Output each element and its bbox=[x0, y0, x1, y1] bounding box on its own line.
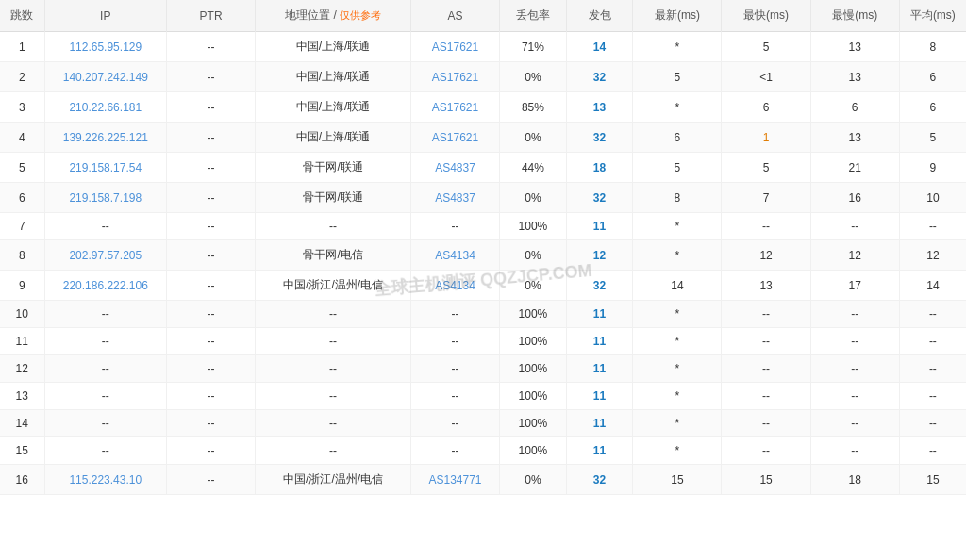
cell-avg: -- bbox=[899, 383, 966, 410]
header-hop: 跳数 bbox=[0, 0, 44, 32]
cell-geo: 中国/上海/联通 bbox=[256, 123, 411, 153]
cell-geo: -- bbox=[256, 213, 411, 240]
cell-last: 6 bbox=[633, 123, 722, 153]
cell-as: -- bbox=[410, 213, 499, 240]
cell-ip: -- bbox=[44, 437, 166, 465]
cell-ip[interactable]: 220.186.222.106 bbox=[44, 271, 166, 301]
ip-link[interactable]: 115.223.43.10 bbox=[69, 473, 142, 486]
cell-ptr: -- bbox=[167, 240, 256, 271]
cell-worst: -- bbox=[810, 437, 899, 465]
cell-best: 5 bbox=[722, 32, 810, 62]
cell-as[interactable]: AS17621 bbox=[410, 62, 499, 92]
cell-geo: 中国/上海/联通 bbox=[256, 32, 411, 62]
cell-avg: 5 bbox=[899, 123, 966, 153]
cell-sent: 32 bbox=[566, 62, 633, 92]
ip-link[interactable]: 219.158.17.54 bbox=[69, 161, 142, 174]
cell-ip[interactable]: 140.207.242.149 bbox=[44, 62, 166, 92]
as-link[interactable]: AS17621 bbox=[432, 71, 478, 84]
as-link[interactable]: AS134771 bbox=[428, 473, 481, 486]
ip-link[interactable]: 139.226.225.121 bbox=[63, 131, 148, 144]
as-link[interactable]: AS17621 bbox=[432, 131, 478, 144]
as-link[interactable]: AS4134 bbox=[435, 279, 475, 292]
cell-loss: 0% bbox=[500, 240, 567, 271]
ip-link[interactable]: 210.22.66.181 bbox=[69, 101, 142, 114]
cell-sent: 12 bbox=[566, 240, 633, 271]
cell-sent: 18 bbox=[566, 153, 633, 183]
cell-worst: 13 bbox=[810, 32, 899, 62]
traceroute-table: 跳数 IP PTR 地理位置 / 仅供参考 AS 丢包率 发包 最新(ms) 最… bbox=[0, 0, 966, 495]
cell-worst: 16 bbox=[810, 183, 899, 213]
cell-as[interactable]: AS4837 bbox=[410, 153, 499, 183]
cell-sent: 11 bbox=[566, 383, 633, 410]
as-link[interactable]: AS17621 bbox=[432, 41, 478, 54]
ip-link[interactable]: 219.158.7.198 bbox=[69, 191, 142, 205]
cell-ip[interactable]: 210.22.66.181 bbox=[44, 92, 166, 123]
cell-loss: 100% bbox=[500, 410, 567, 437]
as-link[interactable]: AS4837 bbox=[435, 191, 475, 205]
table-row: 9220.186.222.106--中国/浙江/温州/电信AS41340%321… bbox=[0, 271, 966, 301]
cell-ip[interactable]: 219.158.7.198 bbox=[44, 183, 166, 213]
cell-worst: 21 bbox=[810, 153, 899, 183]
cell-last: * bbox=[633, 240, 722, 271]
cell-ip[interactable]: 115.223.43.10 bbox=[44, 465, 166, 495]
ip-link[interactable]: 140.207.242.149 bbox=[63, 71, 148, 84]
header-worst: 最慢(ms) bbox=[810, 0, 899, 32]
cell-best: 12 bbox=[722, 240, 810, 271]
as-link[interactable]: AS17621 bbox=[432, 101, 478, 114]
cell-worst: 12 bbox=[810, 240, 899, 271]
cell-best: -- bbox=[722, 355, 810, 383]
cell-ip: -- bbox=[44, 328, 166, 355]
cell-geo: 中国/浙江/温州/电信 bbox=[256, 465, 411, 495]
cell-ip: -- bbox=[44, 213, 166, 240]
as-link[interactable]: AS4837 bbox=[435, 161, 475, 174]
cell-hop: 12 bbox=[0, 355, 44, 383]
cell-as[interactable]: AS4134 bbox=[410, 240, 499, 271]
cell-hop: 16 bbox=[0, 465, 44, 495]
header-geo-main: 地理位置 / bbox=[285, 8, 340, 22]
cell-geo: -- bbox=[256, 301, 411, 328]
header-geo-ref: 仅供参考 bbox=[340, 9, 381, 21]
cell-hop: 6 bbox=[0, 183, 44, 213]
cell-loss: 100% bbox=[500, 213, 567, 240]
cell-ptr: -- bbox=[167, 271, 256, 301]
table-row: 16115.223.43.10--中国/浙江/温州/电信AS1347710%32… bbox=[0, 465, 966, 495]
cell-ip[interactable]: 139.226.225.121 bbox=[44, 123, 166, 153]
cell-ip[interactable]: 112.65.95.129 bbox=[44, 32, 166, 62]
cell-ptr: -- bbox=[167, 465, 256, 495]
cell-as[interactable]: AS17621 bbox=[410, 123, 499, 153]
cell-avg: 14 bbox=[899, 271, 966, 301]
cell-loss: 0% bbox=[500, 465, 567, 495]
cell-as: -- bbox=[410, 383, 499, 410]
ip-link[interactable]: 220.186.222.106 bbox=[63, 279, 148, 292]
cell-hop: 15 bbox=[0, 437, 44, 465]
cell-loss: 100% bbox=[500, 355, 567, 383]
table-body: 1112.65.95.129--中国/上海/联通AS1762171%14*513… bbox=[0, 32, 966, 495]
ip-link[interactable]: 202.97.57.205 bbox=[69, 249, 142, 262]
cell-avg: 15 bbox=[899, 465, 966, 495]
ip-link[interactable]: 112.65.95.129 bbox=[69, 41, 142, 54]
cell-hop: 14 bbox=[0, 410, 44, 437]
cell-sent: 11 bbox=[566, 437, 633, 465]
table-row: 3210.22.66.181--中国/上海/联通AS1762185%13*666 bbox=[0, 92, 966, 123]
cell-geo: 骨干网/电信 bbox=[256, 240, 411, 271]
cell-as[interactable]: AS4134 bbox=[410, 271, 499, 301]
cell-geo: 中国/浙江/温州/电信 bbox=[256, 271, 411, 301]
cell-as[interactable]: AS17621 bbox=[410, 32, 499, 62]
as-link[interactable]: AS4134 bbox=[435, 249, 475, 262]
cell-sent: 13 bbox=[566, 92, 633, 123]
cell-avg: -- bbox=[899, 437, 966, 465]
cell-last: 8 bbox=[633, 183, 722, 213]
cell-as[interactable]: AS134771 bbox=[410, 465, 499, 495]
cell-ptr: -- bbox=[167, 383, 256, 410]
cell-worst: 17 bbox=[810, 271, 899, 301]
cell-ip[interactable]: 219.158.17.54 bbox=[44, 153, 166, 183]
cell-loss: 0% bbox=[500, 123, 567, 153]
cell-as[interactable]: AS4837 bbox=[410, 183, 499, 213]
cell-hop: 3 bbox=[0, 92, 44, 123]
cell-as[interactable]: AS17621 bbox=[410, 92, 499, 123]
cell-loss: 0% bbox=[500, 183, 567, 213]
header-as: AS bbox=[410, 0, 499, 32]
cell-ip[interactable]: 202.97.57.205 bbox=[44, 240, 166, 271]
cell-ptr: -- bbox=[167, 153, 256, 183]
cell-ptr: -- bbox=[167, 32, 256, 62]
